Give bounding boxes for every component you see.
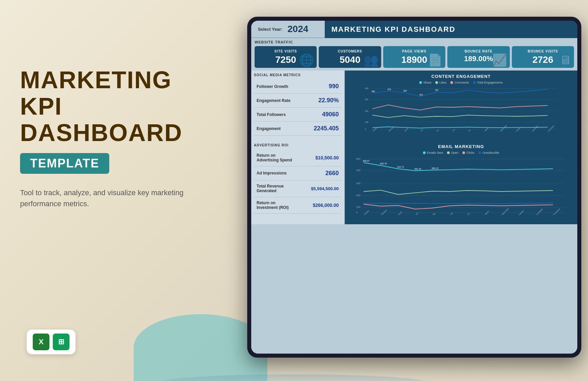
ad-impressions-label: Ad Impressions xyxy=(257,171,287,175)
content-engagement-panel: CONTENT ENGAGEMENT Share Likes Comments xyxy=(345,71,577,141)
svg-text:January: January xyxy=(371,126,378,131)
page-description: Tool to track, analyze, and visualize ke… xyxy=(20,187,214,209)
follower-growth-value: 990 xyxy=(329,83,339,90)
legend-emails-sent: Emails Sent xyxy=(423,151,443,154)
svg-text:November: November xyxy=(530,125,539,131)
bounce-visits-label: BOUNCE VISITS xyxy=(515,49,571,53)
svg-text:January: January xyxy=(362,209,370,215)
middle-row: SOCIAL MEDIA METRICS Follower Growth 990… xyxy=(251,71,577,141)
svg-text:June: June xyxy=(448,212,454,215)
users-icon: 👥 xyxy=(363,53,379,67)
comments-dot xyxy=(450,81,453,84)
open-label: Open xyxy=(451,151,458,154)
share-dot xyxy=(419,81,422,84)
kpi-site-visits: SITE VISITS 7250 🌐 xyxy=(255,46,317,68)
revenue-value: $5,594,500.00 xyxy=(311,186,339,191)
legend-clicks: Clicks xyxy=(462,151,474,154)
year-selector[interactable]: Select Year: 2024 xyxy=(251,21,325,38)
svg-text:0: 0 xyxy=(365,128,366,130)
svg-text:February: February xyxy=(387,125,395,131)
page-views-label: PAGE VIEWS xyxy=(387,49,442,53)
traffic-section-label: WEBSITE TRAFFIC xyxy=(255,40,574,44)
svg-text:May: May xyxy=(431,212,436,215)
svg-text:466.67: 466.67 xyxy=(362,160,370,162)
svg-text:324: 324 xyxy=(419,94,423,96)
monitor-icon: 🖥 xyxy=(559,53,571,67)
ad-impressions-value: 2660 xyxy=(325,170,339,177)
template-badge: TEMPLATE xyxy=(20,153,109,174)
svg-text:August: August xyxy=(483,210,490,215)
svg-text:June: June xyxy=(451,128,456,131)
svg-text:396.23: 396.23 xyxy=(432,167,439,169)
total-label: Total Engagements xyxy=(477,81,503,84)
svg-text:December: December xyxy=(546,125,555,131)
legend-total: Total Engagements xyxy=(473,81,503,84)
email-marketing-chart: 500 400 300 200 100 0 xyxy=(348,156,574,215)
kpi-cards-row: SITE VISITS 7250 🌐 CUSTOMERS 5040 👥 PAGE… xyxy=(255,46,574,68)
legend-share: Share xyxy=(419,81,431,84)
dashboard-title: MARKETING KPI DASHBOARD xyxy=(331,25,455,34)
engagement-rate-value: 22.90% xyxy=(318,97,339,104)
revenue-label: Total Revenue Generated xyxy=(257,184,297,194)
year-value: 2024 xyxy=(287,24,308,34)
page-title: Marketing KPI Dashboard xyxy=(20,67,214,146)
svg-text:March: March xyxy=(397,211,403,215)
svg-text:October: October xyxy=(514,126,522,131)
unsub-dot xyxy=(478,151,481,154)
ad-impressions-row: Ad Impressions 2660 xyxy=(254,166,341,180)
svg-text:100: 100 xyxy=(356,206,361,209)
legend-open: Open xyxy=(447,151,458,154)
svg-text:April: April xyxy=(414,212,419,215)
email-marketing-title: EMAIL MARKETING xyxy=(348,144,574,149)
adv-panel-title: ADVERTISING ROI xyxy=(254,143,341,147)
engagement-label: Engagement xyxy=(257,126,281,131)
roi-value: $266,000.00 xyxy=(313,203,339,208)
svg-text:400: 400 xyxy=(356,169,361,172)
kpi-bounce-visits: BOUNCE VISITS 2726 🖥 xyxy=(512,46,574,68)
svg-text:392·16: 392·16 xyxy=(414,168,421,170)
email-marketing-panel: EMAIL MARKETING Emails Sent Open Clicks xyxy=(345,141,577,224)
kpi-customers: CUSTOMERS 5040 👥 xyxy=(319,46,381,68)
svg-text:April: April xyxy=(419,128,424,131)
svg-text:December: December xyxy=(552,208,561,215)
dashboard-header: Select Year: 2024 MARKETING KPI DASHBOAR… xyxy=(251,21,577,38)
app-icons-row: X ⊞ xyxy=(27,330,76,354)
engagement-row: Engagement 2245.405 xyxy=(254,122,341,136)
social-media-panel: SOCIAL MEDIA METRICS Follower Growth 990… xyxy=(251,71,345,141)
svg-text:500: 500 xyxy=(356,157,361,160)
tablet-screen: Select Year: 2024 MARKETING KPI DASHBOAR… xyxy=(251,21,577,354)
svg-text:378: 378 xyxy=(388,88,391,91)
total-dot xyxy=(473,81,476,84)
svg-text:300: 300 xyxy=(356,182,361,185)
dashboard-title-bar: MARKETING KPI DASHBOARD xyxy=(325,21,577,38)
bottom-row: ADVERTISING ROI Return on Advertising Sp… xyxy=(251,141,577,224)
social-panel-title: SOCIAL MEDIA METRICS xyxy=(254,73,341,77)
legend-comments: Comments xyxy=(450,81,469,84)
email-legend: Emails Sent Open Clicks Unsubscribe xyxy=(348,151,574,154)
clicks-label: Clicks xyxy=(466,151,474,154)
svg-text:200: 200 xyxy=(356,194,361,197)
svg-text:364: 364 xyxy=(403,90,407,92)
total-followers-value: 49060 xyxy=(322,111,339,118)
svg-text:July: July xyxy=(466,129,471,131)
left-panel: Marketing KPI Dashboard TEMPLATE Tool to… xyxy=(20,67,214,209)
unsub-label: Unsubscribe xyxy=(482,151,499,154)
svg-text:July: July xyxy=(465,212,470,215)
share-label: Share xyxy=(423,81,431,84)
excel-icon: X xyxy=(33,334,49,350)
legend-unsub: Unsubscribe xyxy=(478,151,499,154)
chart-up-icon: 📈 xyxy=(492,53,507,67)
content-engagement-chart: 400 300 200 100 0 xyxy=(348,86,574,131)
roas-row: Return on Advertising Spend $10,500.00 xyxy=(254,150,341,166)
engagement-rate-label: Engagement Rate xyxy=(257,98,290,103)
kpi-bounce-rate: BOUNCE RATE 189.00% 📈 xyxy=(447,46,509,68)
legend-likes: Likes xyxy=(435,81,446,84)
likes-label: Likes xyxy=(439,81,446,84)
svg-text:September: September xyxy=(500,207,510,215)
website-traffic-section: WEBSITE TRAFFIC SITE VISITS 7250 🌐 CUSTO… xyxy=(251,38,577,71)
svg-text:May: May xyxy=(435,128,440,131)
total-followers-row: Total Followers 49060 xyxy=(254,108,341,122)
roi-label: Return on Investment (ROI) xyxy=(257,201,297,210)
svg-text:356: 356 xyxy=(372,90,375,93)
content-engagement-title: CONTENT ENGAGEMENT xyxy=(348,74,574,79)
